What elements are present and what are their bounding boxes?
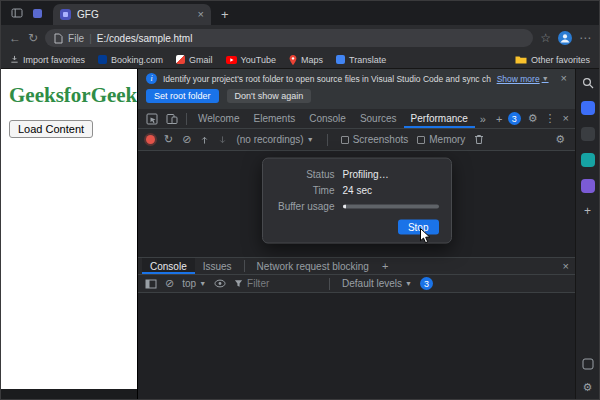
- filter-funnel-icon: [234, 279, 243, 288]
- time-label: Time: [275, 185, 335, 196]
- bookmark-translate[interactable]: Translate: [336, 55, 386, 65]
- context-label: top: [182, 278, 196, 289]
- tab-close-icon[interactable]: ×: [198, 9, 204, 20]
- bookmark-booking[interactable]: Booking.com: [98, 55, 163, 65]
- memory-checkbox[interactable]: [417, 136, 425, 144]
- folder-icon: [515, 55, 527, 64]
- inspect-icon[interactable]: [142, 113, 162, 125]
- sidebar-app-icon-1[interactable]: [581, 101, 595, 115]
- status-value: Profiling…: [343, 169, 439, 180]
- devtools-close-icon[interactable]: ×: [563, 113, 569, 124]
- bookmark-youtube[interactable]: YouTube: [226, 55, 276, 65]
- sidebar-app-icon-2[interactable]: [581, 127, 595, 141]
- divider: [244, 260, 245, 272]
- trash-icon[interactable]: [474, 134, 484, 145]
- drawer-tab-console[interactable]: Console: [142, 258, 195, 274]
- issues-count-badge[interactable]: 3: [508, 112, 521, 125]
- performance-toolbar: ↻ ⊘ (no recordings) ▼ Screenshots: [138, 129, 575, 151]
- status-label: Status: [275, 169, 335, 180]
- eye-icon[interactable]: [214, 279, 226, 288]
- browser-titlebar: GFG × +: [1, 1, 599, 25]
- infobar-message: Identify your project's root folder to o…: [163, 74, 491, 84]
- devtools-settings-icon[interactable]: ⚙: [528, 113, 538, 124]
- sidebar-search-icon[interactable]: [582, 77, 594, 89]
- devtools-tab-sources[interactable]: Sources: [353, 109, 404, 128]
- profile-avatar[interactable]: [558, 31, 572, 45]
- show-more-label: Show more: [497, 74, 540, 84]
- drawer-tab-issues[interactable]: Issues: [195, 258, 240, 274]
- drawer-add-tab-icon[interactable]: +: [377, 260, 393, 272]
- devtools-menu-icon[interactable]: ⋮: [545, 113, 556, 124]
- capture-settings-icon[interactable]: ⚙: [555, 134, 565, 145]
- youtube-icon: [226, 56, 237, 64]
- record-button[interactable]: [146, 135, 155, 144]
- favorites-star-icon[interactable]: ☆: [540, 32, 551, 44]
- devtools-tabbar: Welcome Elements Console Sources Perform…: [138, 109, 575, 129]
- refresh-icon[interactable]: ↻: [28, 32, 38, 44]
- console-toolbar: ⊘ top ▼ Default levels ▼: [138, 275, 575, 293]
- translate-icon: [336, 55, 345, 64]
- sidebar-app-icon-3[interactable]: [581, 153, 595, 167]
- drawer-tab-network-request-blocking[interactable]: Network request blocking: [249, 258, 377, 274]
- page-heading: GeeksforGeeks: [9, 83, 137, 108]
- filter-box[interactable]: [234, 278, 317, 289]
- clear-console-icon[interactable]: ⊘: [165, 278, 174, 289]
- new-tab-button[interactable]: +: [221, 8, 229, 21]
- devtools-tab-performance[interactable]: Performance: [404, 109, 475, 128]
- bookmark-label: Maps: [301, 55, 323, 65]
- booking-icon: [98, 55, 107, 64]
- context-selector[interactable]: top ▼: [182, 278, 206, 289]
- memory-label: Memory: [429, 134, 465, 145]
- sidebar-app-icon-4[interactable]: [581, 179, 595, 193]
- screenshots-label: Screenshots: [353, 134, 409, 145]
- save-profile-icon[interactable]: [218, 135, 227, 145]
- reload-and-record-icon[interactable]: ↻: [164, 134, 173, 145]
- content-area: GeeksforGeeks Load Content i Identify yo…: [1, 69, 599, 399]
- browser-menu-icon[interactable]: ⋯: [579, 32, 591, 44]
- drawer-tabbar: Console Issues Network request blocking …: [138, 257, 575, 275]
- drawer-close-icon[interactable]: ×: [563, 261, 569, 272]
- other-favorites-label: Other favorites: [531, 55, 590, 65]
- info-icon: i: [146, 73, 157, 84]
- show-more-link[interactable]: Show more ▼: [497, 74, 549, 84]
- set-root-folder-button[interactable]: Set root folder: [146, 89, 219, 103]
- back-icon[interactable]: ←: [9, 32, 21, 44]
- tab-title: GFG: [77, 9, 192, 20]
- recordings-dropdown[interactable]: (no recordings) ▼: [236, 134, 313, 145]
- devtools-tab-console[interactable]: Console: [302, 109, 353, 128]
- log-levels-dropdown[interactable]: Default levels ▼: [342, 278, 412, 289]
- tab-actions-icon[interactable]: [7, 3, 27, 23]
- browser-tab[interactable]: GFG ×: [53, 4, 211, 25]
- chevron-down-icon: ▼: [405, 280, 412, 287]
- filter-input[interactable]: [247, 278, 317, 289]
- workspaces-icon[interactable]: [27, 3, 47, 23]
- sidebar-settings-icon[interactable]: ⚙: [583, 382, 593, 393]
- add-panel-icon[interactable]: +: [491, 113, 507, 125]
- page-document: GeeksforGeeks Load Content: [1, 69, 137, 389]
- infobar-close-icon[interactable]: ×: [561, 73, 567, 84]
- console-issues-badge[interactable]: 3: [420, 277, 433, 290]
- console-messages: [138, 293, 575, 399]
- bookmark-gmail[interactable]: Gmail: [176, 55, 213, 65]
- more-tabs-icon[interactable]: »: [475, 113, 491, 125]
- devtools-tab-elements[interactable]: Elements: [247, 109, 303, 128]
- device-toolbar-icon[interactable]: [162, 113, 182, 125]
- screenshots-toggle[interactable]: Screenshots: [341, 134, 409, 145]
- console-sidebar-icon[interactable]: [145, 279, 157, 289]
- sidebar-add-icon[interactable]: +: [584, 205, 591, 217]
- dont-show-again-button[interactable]: Don't show again: [227, 89, 312, 103]
- url-separator: |: [89, 33, 92, 44]
- sidebar-panel-icon[interactable]: [582, 358, 594, 370]
- bookmark-import-favorites[interactable]: Import favorites: [10, 55, 85, 65]
- memory-toggle[interactable]: Memory: [417, 134, 465, 145]
- bookmark-maps[interactable]: Maps: [289, 55, 323, 65]
- devtools-tab-welcome[interactable]: Welcome: [191, 109, 247, 128]
- load-profile-icon[interactable]: [200, 135, 209, 145]
- screenshots-checkbox[interactable]: [341, 136, 349, 144]
- divider: [329, 278, 330, 290]
- clear-recordings-icon[interactable]: ⊘: [182, 134, 191, 145]
- load-content-button[interactable]: Load Content: [9, 120, 93, 138]
- other-favorites[interactable]: Other favorites: [515, 55, 590, 65]
- address-bar[interactable]: File | E:/codes/sample.html: [45, 29, 533, 47]
- divider: [186, 113, 187, 125]
